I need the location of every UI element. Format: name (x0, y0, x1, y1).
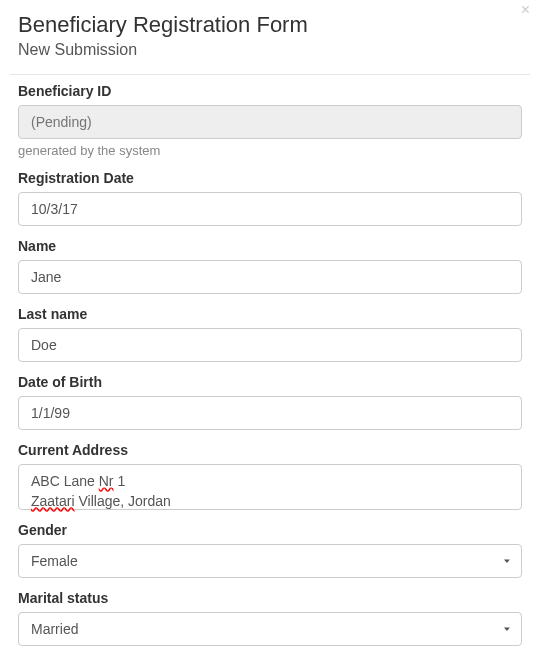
input-beneficiary-id (18, 105, 522, 139)
label-dob: Date of Birth (18, 374, 522, 390)
field-last-name: Last name (18, 306, 522, 362)
label-marital: Marital status (18, 590, 522, 606)
field-beneficiary-id: Beneficiary ID generated by the system (18, 83, 522, 158)
label-registration-date: Registration Date (18, 170, 522, 186)
field-dob: Date of Birth (18, 374, 522, 430)
field-address: Current Address ABC Lane Nr 1Zaatari Vil… (18, 442, 522, 510)
input-dob[interactable] (18, 396, 522, 430)
close-icon[interactable]: × (521, 2, 530, 18)
field-gender: Gender Female (18, 522, 522, 578)
field-registration-date: Registration Date (18, 170, 522, 226)
help-beneficiary-id: generated by the system (18, 143, 522, 158)
select-marital[interactable]: Married (18, 612, 522, 646)
page-subtitle: New Submission (18, 41, 522, 59)
input-name[interactable] (18, 260, 522, 294)
input-last-name[interactable] (18, 328, 522, 362)
input-address[interactable]: ABC Lane Nr 1Zaatari Village, Jordan (18, 464, 522, 510)
page-title: Beneficiary Registration Form (18, 12, 522, 38)
label-gender: Gender (18, 522, 522, 538)
form-header: Beneficiary Registration Form New Submis… (0, 0, 540, 74)
form-body: Beneficiary ID generated by the system R… (0, 75, 540, 646)
input-registration-date[interactable] (18, 192, 522, 226)
label-beneficiary-id: Beneficiary ID (18, 83, 522, 99)
field-name: Name (18, 238, 522, 294)
label-last-name: Last name (18, 306, 522, 322)
select-gender[interactable]: Female (18, 544, 522, 578)
label-name: Name (18, 238, 522, 254)
field-marital: Marital status Married (18, 590, 522, 646)
label-address: Current Address (18, 442, 522, 458)
